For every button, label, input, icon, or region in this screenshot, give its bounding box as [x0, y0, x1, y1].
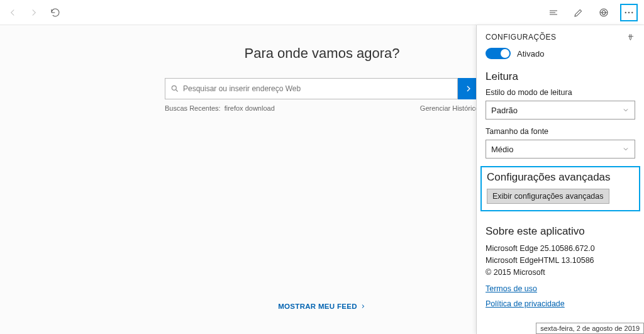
- reading-style-label: Estilo do modo de leitura: [486, 88, 635, 97]
- font-size-value: Médio: [491, 145, 513, 154]
- toggle-label: Ativado: [517, 49, 544, 58]
- reading-style-select[interactable]: Padrão: [486, 101, 635, 120]
- reading-style-value: Padrão: [491, 106, 518, 115]
- more-icon: [623, 7, 635, 18]
- webnote-button[interactable]: [570, 4, 587, 21]
- pin-button[interactable]: [626, 33, 635, 42]
- feed-link-label: MOSTRAR MEU FEED: [278, 303, 357, 310]
- privacy-link[interactable]: Política de privacidade: [486, 299, 565, 308]
- font-size-select[interactable]: Médio: [486, 140, 635, 159]
- share-icon: [598, 7, 609, 18]
- svg-point-4: [172, 86, 176, 90]
- about-heading: Sobre este aplicativo: [486, 225, 635, 238]
- refresh-icon: [50, 7, 61, 18]
- search-input[interactable]: [183, 84, 452, 93]
- advanced-box: Configurações avançadas Exibir configura…: [480, 166, 640, 211]
- arrow-left-icon: [7, 7, 18, 18]
- search-icon: [170, 84, 179, 93]
- font-size-label: Tamanho da fonte: [486, 127, 635, 136]
- advanced-button[interactable]: Exibir configurações avançadas: [487, 189, 609, 204]
- lines-icon: [548, 7, 559, 18]
- browser-toolbar: [0, 0, 644, 25]
- chevron-down-icon: [622, 106, 630, 114]
- panel-title: CONFIGURAÇÕES: [486, 33, 557, 42]
- svg-point-1: [625, 11, 626, 13]
- about-line-2: Microsoft EdgeHTML 13.10586: [486, 255, 635, 267]
- share-button[interactable]: [595, 4, 613, 21]
- toggle-row: Ativado: [486, 48, 635, 59]
- nav-right: [545, 4, 640, 21]
- back-button[interactable]: [4, 4, 21, 21]
- recent-row: Buscas Recentes: firefox download Gerenc…: [165, 104, 479, 112]
- advanced-heading: Configurações avançadas: [487, 171, 634, 184]
- svg-point-3: [631, 11, 633, 13]
- hub-button[interactable]: [545, 4, 562, 21]
- forward-button[interactable]: [25, 4, 43, 21]
- recent-label: Buscas Recentes:: [165, 104, 221, 112]
- search-wrap: [165, 78, 479, 99]
- panel-header: CONFIGURAÇÕES: [477, 25, 644, 48]
- history-link[interactable]: Gerenciar Histórico: [420, 104, 479, 112]
- settings-panel: CONFIGURAÇÕES Ativado Leitura Estilo do …: [476, 25, 644, 334]
- arrow-right-icon: [28, 7, 40, 18]
- about-line-1: Microsoft Edge 25.10586.672.0: [486, 243, 635, 255]
- arrow-right-icon: [464, 84, 474, 94]
- about-section: Sobre este aplicativo Microsoft Edge 25.…: [486, 225, 635, 308]
- chevron-down-icon: [622, 145, 630, 153]
- terms-link[interactable]: Termos de uso: [486, 284, 537, 293]
- enabled-toggle[interactable]: [486, 48, 511, 59]
- show-feed-link[interactable]: MOSTRAR MEU FEED: [278, 303, 366, 310]
- date-tooltip: sexta-feira, 2 de agosto de 2019: [536, 323, 644, 334]
- pin-icon: [626, 33, 635, 42]
- panel-body: Ativado Leitura Estilo do modo de leitur…: [477, 48, 644, 317]
- recent-item[interactable]: firefox download: [225, 104, 275, 112]
- about-line-3: © 2015 Microsoft: [486, 267, 635, 279]
- nav-left: [4, 4, 64, 21]
- refresh-button[interactable]: [47, 4, 64, 21]
- search-box[interactable]: [165, 78, 458, 99]
- pen-icon: [573, 7, 584, 18]
- chevron-right-icon: [360, 303, 366, 309]
- svg-point-2: [628, 11, 630, 13]
- hero-prompt: Para onde vamos agora?: [244, 45, 399, 62]
- reading-heading: Leitura: [486, 70, 635, 83]
- more-button[interactable]: [620, 4, 638, 21]
